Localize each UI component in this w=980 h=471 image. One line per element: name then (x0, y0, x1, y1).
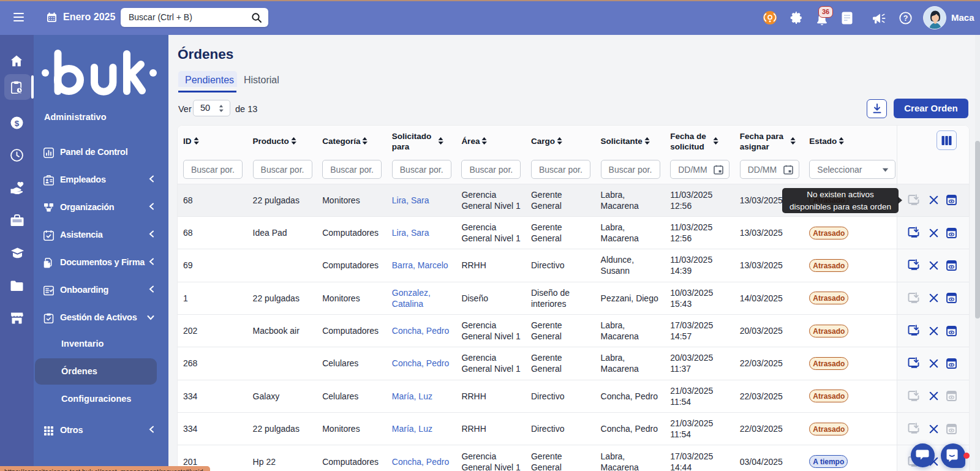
svg-text:?: ? (903, 14, 908, 23)
svg-text:$: $ (15, 119, 20, 128)
